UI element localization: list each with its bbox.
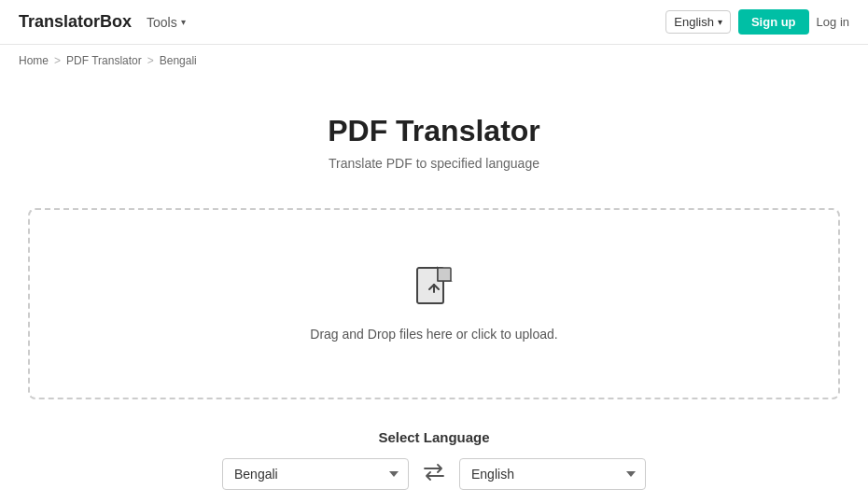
tools-label: Tools [147, 15, 177, 30]
page-subtitle: Translate PDF to specified language [19, 156, 849, 171]
chevron-down-icon: ▾ [181, 17, 186, 27]
swap-languages-button[interactable] [424, 464, 444, 485]
source-language-dropdown[interactable]: Bengali [222, 458, 409, 490]
header-language-select[interactable]: English ▾ [665, 10, 731, 34]
breadcrumb-sep-1: > [54, 54, 61, 67]
header-lang-chevron-icon: ▾ [718, 17, 722, 27]
breadcrumb-home[interactable]: Home [19, 54, 49, 67]
header-left: TranslatorBox Tools ▾ [19, 12, 186, 32]
upload-text: Drag and Drop files here or click to upl… [310, 327, 557, 342]
language-section: Select Language Bengali English [19, 429, 849, 490]
svg-rect-1 [438, 268, 451, 281]
breadcrumb: Home > PDF Translator > Bengali [0, 45, 868, 77]
page-title: PDF Translator [19, 114, 849, 148]
header: TranslatorBox Tools ▾ English ▾ Sign up … [0, 0, 868, 45]
header-right: English ▾ Sign up Log in [665, 9, 849, 35]
upload-area[interactable]: Drag and Drop files here or click to upl… [28, 208, 840, 399]
target-language-dropdown[interactable]: English [459, 458, 646, 490]
breadcrumb-sep-2: > [147, 54, 154, 67]
upload-file-icon [49, 266, 819, 315]
tools-menu[interactable]: Tools ▾ [147, 15, 186, 30]
main-content: PDF Translator Translate PDF to specifie… [0, 77, 868, 503]
breadcrumb-pdf-translator[interactable]: PDF Translator [66, 54, 142, 67]
login-button[interactable]: Log in [817, 15, 849, 29]
logo: TranslatorBox [19, 12, 132, 32]
breadcrumb-current: Bengali [160, 54, 197, 67]
header-lang-label: English [674, 15, 714, 29]
lang-controls: Bengali English [19, 458, 849, 490]
signup-button[interactable]: Sign up [738, 9, 809, 35]
lang-section-title: Select Language [19, 429, 849, 445]
